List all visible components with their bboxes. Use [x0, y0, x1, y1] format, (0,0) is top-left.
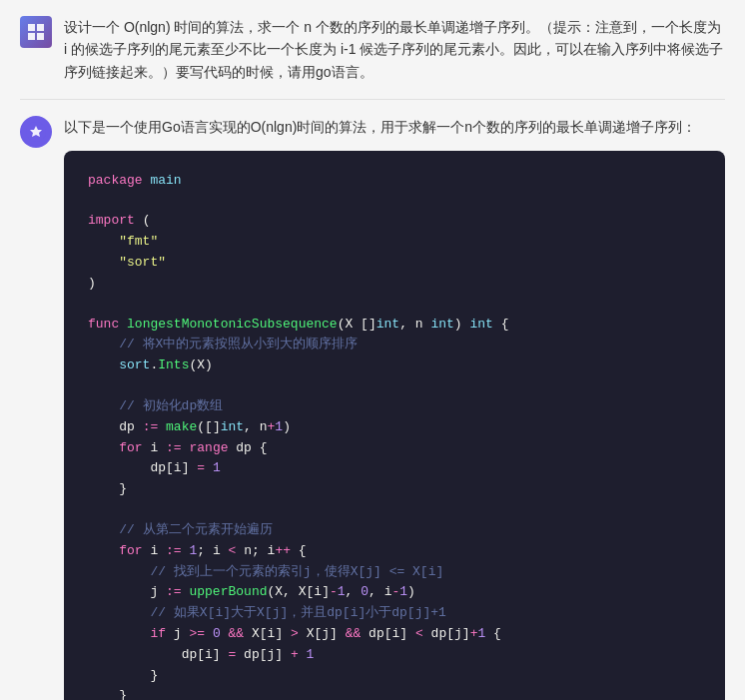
- svg-rect-2: [28, 33, 35, 40]
- ai-avatar: [20, 116, 52, 148]
- code-line: if j >= 0 && X[i] > X[j] && dp[i] < dp[j…: [88, 624, 701, 645]
- code-line: // 将X中的元素按照从小到大的顺序排序: [88, 335, 701, 355]
- code-line: sort.Ints(X): [88, 355, 701, 376]
- ai-content: 以下是一个使用Go语言实现的O(nlgn)时间的算法，用于求解一个n个数的序列的…: [64, 116, 725, 700]
- code-line: dp[i] = 1: [88, 458, 701, 479]
- code-line: for i := range dp {: [88, 438, 701, 459]
- svg-rect-1: [37, 24, 44, 31]
- svg-rect-3: [37, 33, 44, 40]
- code-line: dp := make([]int, n+1): [88, 417, 701, 438]
- code-line: [88, 295, 701, 315]
- svg-rect-0: [28, 24, 35, 31]
- code-line: }: [88, 686, 701, 700]
- code-line: package main: [88, 171, 701, 192]
- code-line: }: [88, 666, 701, 687]
- user-message-text: 设计一个 O(nlgn) 时间的算法，求一个 n 个数的序列的最长单调递增子序列…: [64, 16, 725, 83]
- code-line: "fmt": [88, 232, 701, 253]
- code-line: [88, 376, 701, 396]
- code-line: dp[i] = dp[j] + 1: [88, 645, 701, 666]
- code-block: package main import ( "fmt" "sort" ) fun…: [64, 151, 725, 700]
- ai-intro-text: 以下是一个使用Go语言实现的O(nlgn)时间的算法，用于求解一个n个数的序列的…: [64, 116, 725, 138]
- code-line: "sort": [88, 253, 701, 274]
- code-line: // 如果X[i]大于X[j]，并且dp[i]小于dp[j]+1: [88, 603, 701, 624]
- code-line: [88, 500, 701, 520]
- code-line: j := upperBound(X, X[i]-1, 0, i-1): [88, 582, 701, 603]
- user-avatar: [20, 16, 52, 48]
- code-line: }: [88, 479, 701, 500]
- code-line: [88, 191, 701, 211]
- ai-message: 以下是一个使用Go语言实现的O(nlgn)时间的算法，用于求解一个n个数的序列的…: [0, 100, 745, 700]
- code-line: ): [88, 274, 701, 295]
- code-line: for i := 1; i < n; i++ {: [88, 541, 701, 562]
- code-line: // 从第二个元素开始遍历: [88, 520, 701, 541]
- chat-container: 设计一个 O(nlgn) 时间的算法，求一个 n 个数的序列的最长单调递增子序列…: [0, 0, 745, 700]
- code-line: import (: [88, 211, 701, 232]
- code-line: // 找到上一个元素的索引j，使得X[j] <= X[i]: [88, 562, 701, 583]
- user-message: 设计一个 O(nlgn) 时间的算法，求一个 n 个数的序列的最长单调递增子序列…: [0, 0, 745, 99]
- code-line: func longestMonotonicSubsequence(X []int…: [88, 315, 701, 336]
- code-line: // 初始化dp数组: [88, 396, 701, 417]
